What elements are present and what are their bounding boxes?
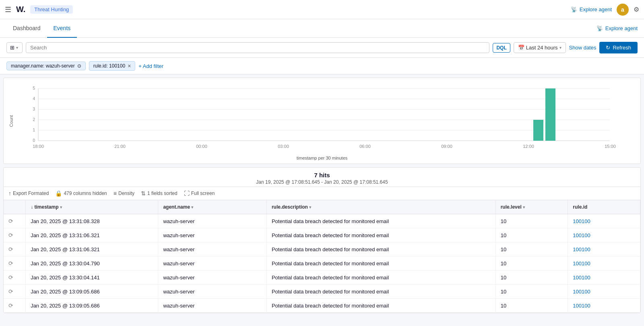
density-button[interactable]: ≡ Density [114,190,134,197]
th-timestamp-label: ↓ timestamp [31,204,58,210]
th-agent[interactable]: agent.name ▾ [158,200,266,214]
expand-icon[interactable]: ⟳ [8,232,13,238]
fullscreen-button[interactable]: ⛶ Full screen [184,190,215,197]
th-ruleid[interactable]: rule.id [568,200,640,214]
fullscreen-label: Full screen [191,191,215,196]
cell-agent: wazuh-server [158,271,266,285]
cell-level: 10 [495,285,568,299]
th-expand [4,200,26,214]
cell-agent: wazuh-server [158,256,266,271]
th-description-label: rule.description [272,204,308,210]
time-chevron-icon: ▾ [559,45,561,50]
cell-ruleid[interactable]: 100100 [568,256,640,271]
svg-text:03:00: 03:00 [278,144,289,149]
avatar[interactable]: a [617,4,629,16]
filters-bar: manager.name: wazuh-server ⊙ rule.id: 10… [0,58,644,74]
th-level-label: rule.level [501,204,522,210]
row-expand-cell[interactable]: ⟳ [4,285,26,299]
row-expand-cell[interactable]: ⟳ [4,228,26,242]
tabs: Dashboard Events [6,19,77,37]
hits-count: 7 hits [4,172,640,178]
rule-id-link[interactable]: 100100 [573,246,590,252]
rule-id-link[interactable]: 100100 [573,275,590,281]
th-description-chevron: ▾ [309,205,311,209]
hits-range: Jan 19, 2025 @ 17:08:51.645 - Jan 20, 20… [4,179,640,185]
filter-options-icon[interactable]: ⊙ [77,63,81,69]
row-expand-cell[interactable]: ⟳ [4,299,26,313]
expand-icon[interactable]: ⟳ [8,302,13,309]
rule-id-link[interactable]: 100100 [573,232,590,238]
svg-text:0: 0 [33,138,35,143]
rule-id-link[interactable]: 100100 [573,303,590,309]
explore-agent-right-label: Explore agent [605,25,638,31]
cell-description: Potential data breach detected for monit… [266,214,495,228]
explore-agent-nav[interactable]: 📡 Explore agent [571,6,612,12]
chart-container: Count 0 1 2 3 4 5 18:00 21:00 [3,78,641,164]
table-row: ⟳ Jan 20, 2025 @ 13:09:05.686 wazuh-serv… [4,285,640,299]
th-level-chevron: ▾ [523,205,525,209]
rule-id-link[interactable]: 100100 [573,218,590,224]
expand-icon[interactable]: ⟳ [8,288,13,295]
filter-rule-remove-icon[interactable]: × [128,63,131,69]
chevron-down-icon: ▾ [16,45,18,50]
hamburger-icon[interactable]: ☰ [5,5,11,14]
filter-rule-id[interactable]: rule.id: 100100 × [89,61,136,71]
cell-ruleid[interactable]: 100100 [568,271,640,285]
columns-hidden-button[interactable]: 🔒 479 columns hidden [55,190,107,197]
rule-id-link[interactable]: 100100 [573,289,590,295]
export-button[interactable]: ↑ Export Formated [8,190,49,197]
svg-text:4: 4 [33,96,35,101]
expand-icon[interactable]: ⟳ [8,260,13,267]
cell-level: 10 [495,299,568,313]
th-agent-chevron: ▾ [191,205,193,209]
refresh-label: Refresh [613,45,631,51]
svg-text:00:00: 00:00 [196,144,207,149]
expand-icon[interactable]: ⟳ [8,274,13,281]
th-timestamp[interactable]: ↓ timestamp ▾ [26,200,158,214]
sort-icon: ⇅ [141,190,146,197]
filter-manager-name[interactable]: manager.name: wazuh-server ⊙ [6,62,86,70]
dql-button[interactable]: DQL [493,43,510,53]
expand-icon[interactable]: ⟳ [8,218,13,224]
svg-text:3: 3 [33,107,35,111]
settings-icon[interactable]: ⚙ [634,6,639,13]
th-level[interactable]: rule.level ▾ [495,200,568,214]
filter-manager-label: manager.name: wazuh-server [11,63,75,69]
rule-id-link[interactable]: 100100 [573,260,590,267]
refresh-button[interactable]: ↻ Refresh [599,42,638,53]
explore-agent-right[interactable]: 📡 Explore agent [597,22,638,35]
table-row: ⟳ Jan 20, 2025 @ 13:31:06.321 wazuh-serv… [4,228,640,242]
app-tag: Threat Hunting [30,5,73,14]
th-description[interactable]: rule.description ▾ [266,200,495,214]
expand-icon[interactable]: ⟳ [8,246,13,252]
show-dates-button[interactable]: Show dates [569,45,597,51]
time-picker[interactable]: 📅 Last 24 hours ▾ [514,42,566,53]
row-expand-cell[interactable]: ⟳ [4,242,26,256]
cell-ruleid[interactable]: 100100 [568,242,640,256]
row-expand-cell[interactable]: ⟳ [4,271,26,285]
columns-hidden-label: 479 columns hidden [64,191,107,196]
th-timestamp-chevron: ▾ [60,205,62,209]
cell-ruleid[interactable]: 100100 [568,285,640,299]
search-input[interactable] [30,45,485,51]
fields-sorted-button[interactable]: ⇅ 1 fields sorted [141,190,178,197]
cell-ruleid[interactable]: 100100 [568,299,640,313]
row-expand-cell[interactable]: ⟳ [4,256,26,271]
cell-timestamp: Jan 20, 2025 @ 13:30:04.790 [26,256,158,271]
cell-timestamp: Jan 20, 2025 @ 13:31:06.321 [26,228,158,242]
search-type-select[interactable]: ⊞ ▾ [6,42,23,53]
cell-ruleid[interactable]: 100100 [568,228,640,242]
svg-text:18:00: 18:00 [33,144,44,149]
cell-level: 10 [495,256,568,271]
svg-text:5: 5 [33,86,35,90]
row-expand-cell[interactable]: ⟳ [4,214,26,228]
cell-ruleid[interactable]: 100100 [568,214,640,228]
tab-events[interactable]: Events [47,19,77,38]
cell-timestamp: Jan 20, 2025 @ 13:09:05.686 [26,299,158,313]
table-row: ⟳ Jan 20, 2025 @ 13:30:04.790 wazuh-serv… [4,256,640,271]
explore-agent-label: Explore agent [580,6,612,12]
tab-dashboard[interactable]: Dashboard [6,19,47,38]
add-filter-button[interactable]: + Add filter [138,63,163,69]
fullscreen-icon: ⛶ [184,190,190,197]
fields-sorted-label: 1 fields sorted [147,191,178,196]
